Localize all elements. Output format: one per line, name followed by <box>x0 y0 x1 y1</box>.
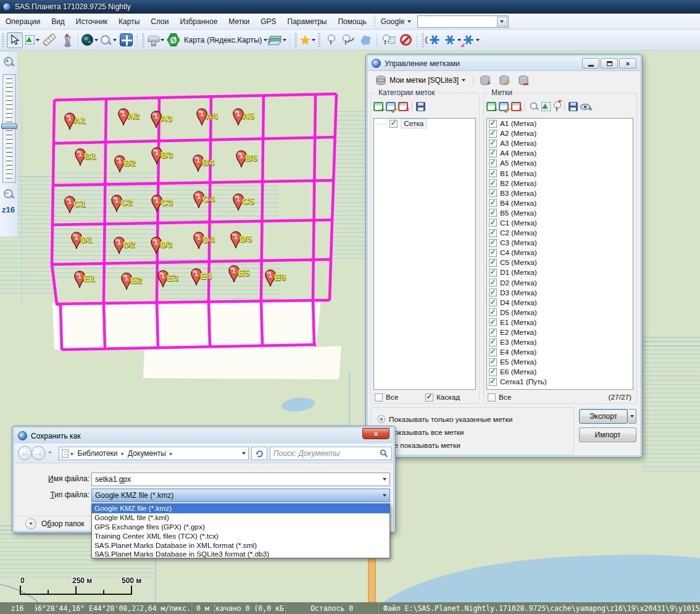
zoom-in-icon[interactable]: + <box>2 56 15 68</box>
marks-all-checkbox[interactable]: Все <box>488 393 511 402</box>
minimize-button[interactable] <box>582 58 599 69</box>
mark-item[interactable]: D1 (Метка) <box>487 267 633 277</box>
mark-item[interactable]: D5 (Метка) <box>487 308 633 318</box>
add-polygon-button[interactable] <box>357 32 373 48</box>
mark-item[interactable]: A3 (Метка) <box>487 138 633 148</box>
filetype-option[interactable]: GPS Exchange files (GPX) (*.gpx) <box>92 523 390 532</box>
mark-item[interactable]: E3 (Метка) <box>487 337 633 347</box>
map-marker-D5[interactable]: 1D5 <box>229 230 266 249</box>
categories-list[interactable]: ····Сетка <box>373 118 476 390</box>
checkbox-icon[interactable] <box>390 120 398 128</box>
checkbox-icon[interactable] <box>489 199 497 207</box>
favorites-button[interactable]: ★ <box>299 32 315 48</box>
menu-item-Источник[interactable]: Источник <box>70 15 113 28</box>
map-marker-A3[interactable]: 1A3 <box>149 110 186 128</box>
map-marker-E4[interactable]: 1E4 <box>190 267 227 286</box>
checkbox-icon[interactable] <box>489 288 497 296</box>
mark-item[interactable]: B4 (Метка) <box>487 198 633 208</box>
checkbox-icon[interactable] <box>425 393 433 402</box>
checkbox-icon[interactable] <box>489 209 497 217</box>
checkbox-icon[interactable] <box>489 298 497 306</box>
menu-item-Операции[interactable]: Операции <box>0 15 46 28</box>
category-edit-icon[interactable] <box>386 102 396 111</box>
mark-item[interactable]: Сетка1 (Путь) <box>487 377 633 387</box>
mark-item[interactable]: D2 (Метка) <box>487 278 633 288</box>
mark-item[interactable]: E6 (Метка) <box>487 367 633 377</box>
mark-item[interactable]: C5 (Метка) <box>487 258 633 267</box>
checkbox-icon[interactable] <box>489 259 497 267</box>
mark-item[interactable]: D4 (Метка) <box>487 298 633 308</box>
map-marker-A5[interactable]: 1A5 <box>231 107 269 126</box>
toolbar-grip[interactable] <box>422 33 424 47</box>
checkbox-icon[interactable] <box>489 368 497 376</box>
checkbox-icon[interactable] <box>489 159 497 167</box>
save-icon[interactable] <box>416 102 425 111</box>
checkbox-icon[interactable] <box>489 318 497 326</box>
checkbox-icon[interactable] <box>489 339 497 347</box>
export-split-button[interactable]: Экспорт <box>579 409 636 424</box>
map-marker-C2[interactable]: 1C2 <box>110 194 147 212</box>
close-button[interactable]: × <box>619 58 636 69</box>
google-search-menu[interactable]: Google <box>377 17 415 26</box>
filetype-dropdown-list[interactable]: Google KMZ file (*.kmz)Google KML file (… <box>91 503 390 558</box>
map-marker-E2[interactable]: 1E2 <box>120 272 157 290</box>
filetype-select[interactable]: Google KMZ file (*.kmz) <box>91 489 390 502</box>
db-add-button[interactable]: + <box>477 74 493 87</box>
checkbox-icon[interactable] <box>489 130 497 138</box>
save-dialog-titlebar[interactable]: Сохранить как × <box>14 428 393 444</box>
export-button[interactable]: Экспорт <box>579 409 628 424</box>
filetype-option[interactable]: SAS.Planet Marks Database in XML format … <box>92 540 390 550</box>
checkbox-icon[interactable] <box>489 348 497 356</box>
categories-all-checkbox[interactable]: Все <box>375 393 398 402</box>
filetype-option[interactable]: SAS.Planet Marks Database in SQLite3 for… <box>92 550 390 559</box>
mark-delete-icon[interactable]: × <box>511 102 521 111</box>
mark-add-icon[interactable]: + <box>486 102 496 111</box>
map-marker-A4[interactable]: 1A4 <box>195 107 232 126</box>
search-icon[interactable] <box>380 449 388 458</box>
map-marker-B4[interactable]: 1B4 <box>191 154 228 172</box>
checkbox-icon[interactable] <box>489 239 497 247</box>
maximize-button[interactable] <box>601 58 618 69</box>
menu-item-Параметры[interactable]: Параметры <box>282 15 333 28</box>
combo-dropdown-button[interactable] <box>497 17 507 27</box>
map-marker-E1[interactable]: 1E1 <box>73 270 110 288</box>
chevron-down-icon[interactable] <box>383 494 386 497</box>
toolbar-grip[interactable] <box>318 33 320 47</box>
mark-search-icon[interactable] <box>529 101 539 111</box>
export-dropdown-button[interactable] <box>628 409 636 424</box>
checkbox-icon[interactable] <box>488 393 496 402</box>
checkbox-icon[interactable] <box>489 189 497 197</box>
marks-dialog-titlebar[interactable]: Управление метками × <box>368 56 640 71</box>
checkbox-icon[interactable] <box>489 179 497 187</box>
filename-input[interactable]: setka1.gpx <box>91 473 390 486</box>
hide-marks-button[interactable] <box>398 32 414 48</box>
checkbox-icon[interactable] <box>489 169 497 177</box>
zoom-slider-handle[interactable] <box>1 124 17 129</box>
menu-item-Карты[interactable]: Карты <box>113 15 145 28</box>
mark-item[interactable]: B5 (Метка) <box>487 208 633 218</box>
display-option-radio[interactable]: Показывать только указанные метки <box>377 413 512 426</box>
mark-item[interactable]: E2 (Метка) <box>487 327 633 337</box>
save-icon[interactable] <box>569 102 578 111</box>
pan-tool-button[interactable] <box>7 32 23 48</box>
mark-item[interactable]: C2 (Метка) <box>487 228 633 238</box>
mark-item[interactable]: B3 (Метка) <box>487 188 633 198</box>
mark-item[interactable]: C3 (Метка) <box>487 238 633 248</box>
map-marker-B5[interactable]: 1B5 <box>235 149 272 168</box>
mark-item[interactable]: A1 (Метка) <box>487 119 633 128</box>
ruler-tool-button[interactable] <box>41 32 57 48</box>
mark-item[interactable]: C4 (Метка) <box>487 248 633 258</box>
placemark-manager-button[interactable] <box>380 32 396 48</box>
map-source-button[interactable]: Ø <box>165 32 181 48</box>
menu-item-Помощь[interactable]: Помощь <box>332 15 372 28</box>
map-marker-C4[interactable]: 1C4 <box>192 190 229 209</box>
mark-item[interactable]: E5 (Метка) <box>487 357 633 367</box>
mark-item[interactable]: A4 (Метка) <box>487 148 633 158</box>
toolbar-grip[interactable] <box>142 33 144 47</box>
browse-folders-button[interactable] <box>25 518 36 529</box>
history-dropdown-icon[interactable] <box>48 452 52 454</box>
forward-button[interactable]: → <box>31 446 46 460</box>
breadcrumb-dropdown-icon[interactable] <box>242 452 246 455</box>
layers-button[interactable] <box>268 32 286 48</box>
breadcrumb[interactable]: ▸Библиотеки▸Документы▸ <box>59 447 249 460</box>
